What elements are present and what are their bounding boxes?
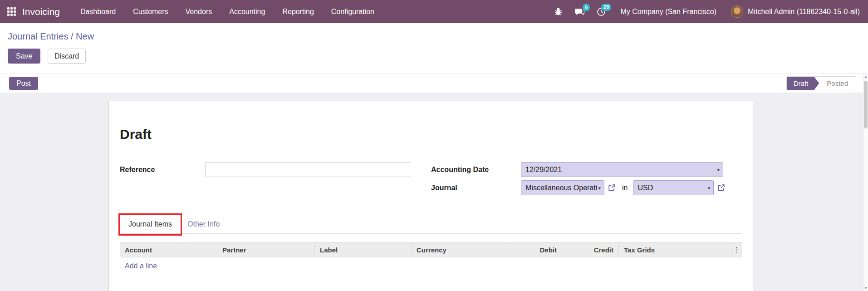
debug-bug-icon[interactable] [554,7,563,16]
accounting-date-label: Accounting Date [431,162,521,177]
activities-clock-icon[interactable]: 28 [597,7,606,16]
breadcrumb-separator: / [71,31,74,41]
form-fields: Reference Accounting Date 12/29/2021 ▾ J… [120,162,742,198]
nav-configuration[interactable]: Configuration [323,0,383,23]
messages-icon[interactable]: 6 [575,7,584,16]
reference-input[interactable] [205,162,410,177]
statusbar: Post Draft Posted [0,74,868,93]
breadcrumb: Journal Entries / New [8,31,868,42]
scrollbar-thumb[interactable] [864,81,868,128]
page-title: Draft [120,127,742,142]
user-menu[interactable]: Mitchell Admin (11862340-15-0-all) [748,8,860,16]
discard-button[interactable]: Discard [48,49,86,64]
status-posted[interactable]: Posted [819,77,856,90]
activities-counter-badge: 28 [601,4,612,11]
date-journal-group: Accounting Date 12/29/2021 ▾ Journal Mis… [431,162,725,198]
nav-accounting[interactable]: Accounting [221,0,274,23]
status-pipeline: Draft Posted [786,76,856,90]
journal-items-table: Account Partner Label Currency Debit Cre… [120,242,742,275]
dropdown-caret-icon: ▾ [598,185,601,191]
accounting-date-field[interactable]: 12/29/2021 ▾ [521,162,723,177]
currency-external-link-icon[interactable] [717,180,725,195]
column-header-currency[interactable]: Currency [411,242,511,257]
tab-journal-items[interactable]: Journal Items [121,215,180,233]
scroll-down-icon[interactable]: ▼ [863,285,868,291]
nav-dashboard[interactable]: Dashboard [72,0,124,23]
control-panel: Journal Entries / New Save Discard [0,23,868,74]
nav-reporting[interactable]: Reporting [274,0,322,23]
app-brand: Invoicing [22,6,60,17]
status-draft[interactable]: Draft [787,77,819,90]
top-navbar: Invoicing Dashboard Customers Vendors Ac… [0,0,868,23]
breadcrumb-journal-entries[interactable]: Journal Entries [8,31,68,41]
journal-label: Journal [431,180,521,195]
company-switcher[interactable]: My Company (San Francisco) [620,8,716,16]
reference-group: Reference [120,162,410,198]
reference-label: Reference [120,162,205,198]
post-button[interactable]: Post [9,77,38,90]
in-label: in [622,180,628,195]
systray: 6 28 My Company (San Francisco) Mitchell… [542,5,860,18]
table-header-row: Account Partner Label Currency Debit Cre… [120,242,742,257]
messages-counter-badge: 6 [583,4,590,11]
scroll-up-icon[interactable]: ▲ [863,74,868,80]
currency-select[interactable]: USD ▾ [633,180,714,195]
notebook-tabs: Journal Items Other Info [120,215,742,234]
control-panel-buttons: Save Discard [8,49,868,64]
column-header-tax-grids[interactable]: Tax Grids [618,242,731,257]
column-header-partner[interactable]: Partner [217,242,314,257]
content-area: Draft Reference Accounting Date 12/29/20… [0,93,868,291]
breadcrumb-current: New [76,31,94,41]
apps-menu-icon[interactable] [7,7,16,16]
tab-other-info[interactable]: Other Info [180,215,227,233]
column-header-label[interactable]: Label [314,242,411,257]
journal-select[interactable]: Miscellaneous Operati ▾ [521,180,604,195]
nav-vendors[interactable]: Vendors [177,0,221,23]
dropdown-caret-icon: ▾ [708,185,711,191]
column-header-account[interactable]: Account [120,242,217,257]
table-body-row: Add a line [120,257,742,275]
column-header-debit[interactable]: Debit [511,242,562,257]
add-a-line-link[interactable]: Add a line [125,262,157,270]
user-avatar[interactable] [731,5,743,18]
journal-external-link-icon[interactable] [608,180,616,195]
vertical-scrollbar[interactable]: ▲ ▼ [863,74,868,291]
save-button[interactable]: Save [8,49,40,64]
column-header-credit[interactable]: Credit [562,242,618,257]
optional-columns-icon[interactable]: ⋮ [731,242,742,257]
form-sheet: Draft Reference Accounting Date 12/29/20… [108,101,753,291]
nav-customers[interactable]: Customers [124,0,177,23]
dropdown-caret-icon: ▾ [717,167,720,173]
